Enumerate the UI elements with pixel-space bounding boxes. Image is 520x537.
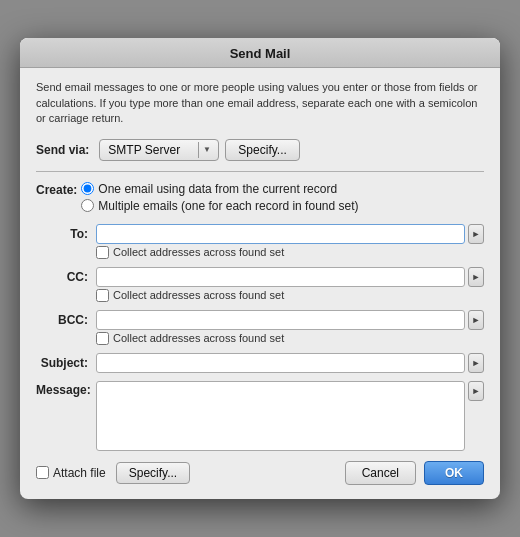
cc-arrow-icon: ► <box>472 272 481 282</box>
send-via-row: Send via: SMTP Server ▼ Specify... <box>36 139 484 172</box>
create-single-label: One email using data from the current re… <box>98 182 337 196</box>
message-input-wrap: ► <box>96 381 484 451</box>
create-label: Create: <box>36 182 77 197</box>
message-arrow-button[interactable]: ► <box>468 381 484 401</box>
message-arrow-icon: ► <box>472 386 481 396</box>
to-collect-label: Collect addresses across found set <box>113 246 284 258</box>
bcc-collect-label: Collect addresses across found set <box>113 332 284 344</box>
bcc-input[interactable] <box>96 310 465 330</box>
smtp-server-label: SMTP Server <box>108 143 194 157</box>
dialog-title: Send Mail <box>230 46 291 61</box>
bcc-arrow-button[interactable]: ► <box>468 310 484 330</box>
cc-label: CC: <box>36 270 96 284</box>
specify-bottom-button[interactable]: Specify... <box>116 462 190 484</box>
attach-file-checkbox[interactable] <box>36 466 49 479</box>
dropdown-arrow-icon: ▼ <box>198 142 214 158</box>
specify-button[interactable]: Specify... <box>225 139 299 161</box>
bcc-collect-checkbox[interactable] <box>96 332 109 345</box>
bcc-collect-row: Collect addresses across found set <box>96 332 484 345</box>
to-label: To: <box>36 227 96 241</box>
message-textarea[interactable] <box>96 381 465 451</box>
to-field-row: To: ► <box>36 224 484 244</box>
create-multiple-label: Multiple emails (one for each record in … <box>98 199 358 213</box>
cc-arrow-button[interactable]: ► <box>468 267 484 287</box>
bottom-row: Attach file Specify... Cancel OK <box>36 461 484 485</box>
subject-input[interactable] <box>96 353 465 373</box>
subject-input-wrap: ► <box>96 353 484 373</box>
to-input[interactable] <box>96 224 465 244</box>
create-option-multiple: Multiple emails (one for each record in … <box>81 199 358 213</box>
create-single-radio[interactable] <box>81 182 94 195</box>
create-multiple-radio[interactable] <box>81 199 94 212</box>
cc-input-wrap: ► <box>96 267 484 287</box>
bcc-label: BCC: <box>36 313 96 327</box>
smtp-server-select[interactable]: SMTP Server ▼ <box>99 139 219 161</box>
message-label: Message: <box>36 381 96 397</box>
cc-collect-checkbox[interactable] <box>96 289 109 302</box>
send-via-label: Send via: <box>36 143 89 157</box>
dialog-body: Send email messages to one or more peopl… <box>20 68 500 498</box>
create-options: One email using data from the current re… <box>81 182 358 216</box>
send-mail-dialog: Send Mail Send email messages to one or … <box>20 38 500 498</box>
cc-collect-label: Collect addresses across found set <box>113 289 284 301</box>
to-collect-row: Collect addresses across found set <box>96 246 484 259</box>
to-arrow-icon: ► <box>472 229 481 239</box>
create-option-single: One email using data from the current re… <box>81 182 358 196</box>
attach-file-row: Attach file Specify... <box>36 462 190 484</box>
message-field-row: Message: ► <box>36 381 484 451</box>
bottom-right: Cancel OK <box>345 461 484 485</box>
bcc-arrow-icon: ► <box>472 315 481 325</box>
cc-field-row: CC: ► <box>36 267 484 287</box>
title-bar: Send Mail <box>20 38 500 68</box>
subject-arrow-icon: ► <box>472 358 481 368</box>
cc-input[interactable] <box>96 267 465 287</box>
fields-section: To: ► Collect addresses across found set… <box>36 224 484 451</box>
bcc-input-wrap: ► <box>96 310 484 330</box>
create-row: Create: One email using data from the cu… <box>36 182 484 216</box>
to-input-wrap: ► <box>96 224 484 244</box>
cancel-button[interactable]: Cancel <box>345 461 416 485</box>
ok-button[interactable]: OK <box>424 461 484 485</box>
subject-label: Subject: <box>36 356 96 370</box>
subject-field-row: Subject: ► <box>36 353 484 373</box>
cc-collect-row: Collect addresses across found set <box>96 289 484 302</box>
bcc-field-row: BCC: ► <box>36 310 484 330</box>
description-text: Send email messages to one or more peopl… <box>36 80 484 126</box>
to-arrow-button[interactable]: ► <box>468 224 484 244</box>
attach-file-label: Attach file <box>53 466 106 480</box>
to-collect-checkbox[interactable] <box>96 246 109 259</box>
subject-arrow-button[interactable]: ► <box>468 353 484 373</box>
